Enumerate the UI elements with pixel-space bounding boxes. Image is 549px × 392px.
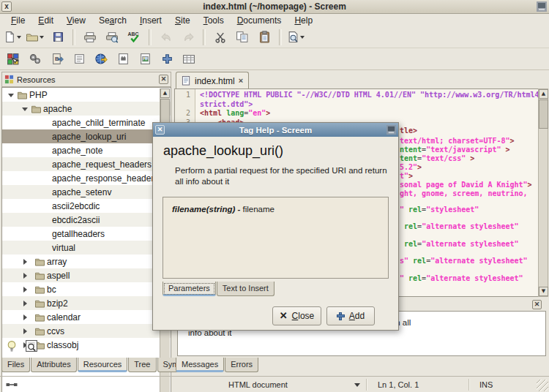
print-preview-button[interactable] xyxy=(102,27,122,48)
tab-messages[interactable]: Messages xyxy=(176,358,224,372)
cut-button[interactable] xyxy=(210,27,231,48)
tree-row[interactable]: apache_response_headers xyxy=(2,171,171,185)
title-bar[interactable]: x index.html (~/homepage) - Screem xyxy=(0,0,549,14)
page-list-button[interactable] xyxy=(69,49,89,69)
dialog-title-bar[interactable]: ✕ Tag Help - Screem xyxy=(153,123,398,137)
tree-row[interactable]: bzip2 xyxy=(2,296,171,310)
paste-button[interactable] xyxy=(254,27,274,48)
tab-close-icon[interactable]: × xyxy=(239,77,243,85)
tree-row[interactable]: PHP xyxy=(2,88,171,102)
preview-document-button[interactable] xyxy=(286,27,307,48)
tree-row[interactable]: apache_setenv xyxy=(2,185,171,199)
resources-close-icon[interactable]: ✕ xyxy=(159,75,168,84)
tree-row[interactable]: apache_request_headers xyxy=(2,157,171,171)
tree-row[interactable]: virtual xyxy=(2,241,171,255)
copy-button[interactable] xyxy=(232,27,253,48)
open-folder-button[interactable] xyxy=(25,27,46,48)
print-preview-icon xyxy=(105,31,119,43)
add-button[interactable]: Add xyxy=(326,306,375,325)
menu-insert[interactable]: Insert xyxy=(133,15,168,26)
tree-row[interactable]: ebcdic2ascii xyxy=(2,213,171,227)
scrollbar-thumb[interactable] xyxy=(539,99,548,129)
doctype-selector[interactable]: HTML document xyxy=(228,380,288,389)
open-folder-dropdown-icon[interactable] xyxy=(40,36,44,41)
tree-row[interactable]: apache_note xyxy=(2,143,171,157)
tree-row[interactable]: bc xyxy=(2,282,171,296)
window-menu-icon[interactable] xyxy=(537,1,547,12)
tree-item-label: virtual xyxy=(52,243,75,253)
dialog-close-button[interactable]: ✕ xyxy=(155,125,165,135)
menu-help[interactable]: Help xyxy=(288,15,319,26)
resize-grip[interactable] xyxy=(537,380,548,391)
code-fragment: rel="alternate stylesheet" xyxy=(400,240,519,249)
tab-attributes[interactable]: Attributes xyxy=(31,358,76,372)
new-document-button[interactable] xyxy=(3,27,23,48)
tree-row[interactable]: getallheaders xyxy=(2,227,171,241)
messages-close-icon[interactable]: ✕ xyxy=(532,300,542,309)
new-document-dropdown-icon[interactable] xyxy=(17,36,21,41)
checkin-button[interactable]: B xyxy=(47,49,67,69)
dialog-tab-text-to-insert[interactable]: Text to Insert xyxy=(217,282,274,296)
tab-errors[interactable]: Errors xyxy=(225,358,258,372)
globe-upload-button[interactable] xyxy=(91,49,111,69)
tree-row[interactable]: array xyxy=(2,255,171,268)
gears-button[interactable] xyxy=(25,49,45,69)
dialog-tab-parameters[interactable]: Parameters xyxy=(163,282,216,296)
insert-image-button[interactable] xyxy=(135,49,155,69)
expand-icon[interactable] xyxy=(23,301,30,306)
menu-edit[interactable]: Edit xyxy=(31,15,60,26)
menu-site[interactable]: Site xyxy=(168,15,197,26)
tree-row[interactable]: calendar xyxy=(2,310,171,324)
menu-view[interactable]: View xyxy=(60,15,92,26)
save-icon xyxy=(52,31,64,43)
menu-documents[interactable]: Documents xyxy=(231,15,288,26)
editor-scrollbar[interactable]: ▲ ▼ xyxy=(538,88,548,297)
close-button[interactable]: ✕Close xyxy=(272,306,321,325)
preview-document-dropdown-icon[interactable] xyxy=(300,36,305,41)
tree-row[interactable]: ascii2ebcdic xyxy=(2,199,171,213)
insert-table-button[interactable] xyxy=(179,49,199,69)
lightbulb-icon[interactable] xyxy=(6,340,18,353)
tree-row[interactable]: apache_child_terminate xyxy=(2,116,171,129)
expand-icon[interactable] xyxy=(23,259,30,265)
wizard-button[interactable] xyxy=(3,49,23,69)
scroll-up-icon[interactable]: ▲ xyxy=(160,88,170,98)
insert-plus-button[interactable] xyxy=(157,49,177,69)
scroll-down-icon[interactable]: ▼ xyxy=(539,287,548,296)
menu-bar: FileEditViewSearchInsertSiteToolsDocumen… xyxy=(0,14,549,26)
connection-status-icon[interactable] xyxy=(6,380,18,389)
print-button[interactable] xyxy=(80,27,100,48)
expand-icon[interactable] xyxy=(23,273,30,279)
menu-tools[interactable]: Tools xyxy=(197,15,231,26)
collapse-icon[interactable] xyxy=(8,94,14,100)
expand-icon[interactable] xyxy=(23,328,30,334)
expand-icon[interactable] xyxy=(23,314,30,320)
resources-panel-header[interactable]: Resources ✕ xyxy=(1,72,171,87)
object-plug-button[interactable] xyxy=(113,49,133,69)
menu-file[interactable]: File xyxy=(4,15,31,26)
save-button[interactable] xyxy=(48,27,68,48)
spellcheck-icon: ABC xyxy=(127,31,141,43)
search-document-icon[interactable] xyxy=(25,339,38,353)
cursor-position: Ln 1, Col. 1 xyxy=(378,380,419,389)
menu-search[interactable]: Search xyxy=(92,15,133,26)
tree-row[interactable]: aspell xyxy=(2,268,171,282)
scroll-up-icon[interactable]: ▲ xyxy=(539,89,548,99)
line-number: 2 xyxy=(175,109,195,118)
tree-row[interactable]: apache xyxy=(2,102,171,116)
messages-tabs: MessagesErrors xyxy=(176,358,259,372)
code-fragment: t"> xyxy=(400,172,413,181)
tab-resources[interactable]: Resources xyxy=(78,358,128,372)
folder-icon xyxy=(34,327,45,336)
tree-row[interactable]: apache_lookup_uri xyxy=(2,129,171,143)
collapse-icon[interactable] xyxy=(22,108,28,114)
doctype-dropdown-icon[interactable] xyxy=(354,383,360,390)
insert-table-icon xyxy=(182,53,195,65)
code-line: <!DOCTYPE HTML PUBLIC "-//W3C//DTD HTML … xyxy=(200,91,538,100)
add-plus-icon xyxy=(337,312,345,320)
spellcheck-button[interactable]: ABC xyxy=(124,27,144,48)
tab-tree[interactable]: Tree xyxy=(128,358,156,372)
document-tab[interactable]: index.html × xyxy=(176,72,249,89)
tab-files[interactable]: Files xyxy=(1,358,30,372)
expand-icon[interactable] xyxy=(23,287,30,293)
